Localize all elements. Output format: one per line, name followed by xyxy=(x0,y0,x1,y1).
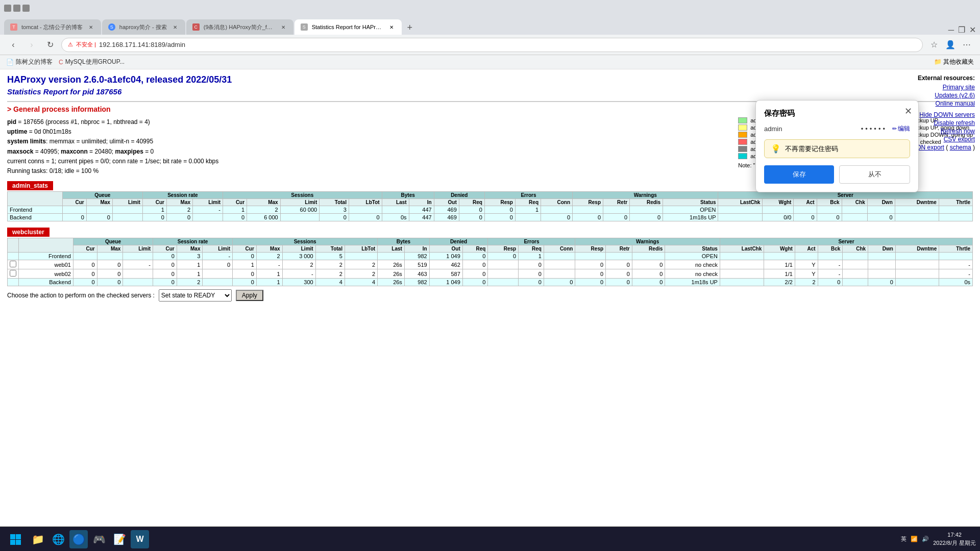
admin-backend-s-max: 6 000 xyxy=(247,214,281,221)
link-online-manual[interactable]: Online manual xyxy=(909,100,975,107)
info-line-5: current conns = 1; current pipes = 0/0; … xyxy=(7,157,728,166)
admin-backend-sr-limit xyxy=(193,214,223,221)
minimize-window-button[interactable]: ─ xyxy=(948,26,954,35)
action-select[interactable]: Set state to READY Set state to DRAIN Se… xyxy=(159,289,232,302)
wc-th-bck: Bck xyxy=(818,245,843,253)
taskbar-lang[interactable]: 英 xyxy=(901,535,906,543)
tab-close-tomcat[interactable]: ✕ xyxy=(87,23,95,31)
admin-frontend-dwn xyxy=(867,206,895,214)
new-tab-button[interactable]: + xyxy=(403,20,417,35)
admin-backend-e-resp: 0 xyxy=(573,214,603,221)
tab-haproxy-search[interactable]: S haproxy简介 - 搜索 ✕ xyxy=(102,19,185,35)
col-group-session-rate: Session rate xyxy=(142,192,223,199)
admin-backend-s-last: 0s xyxy=(382,214,409,221)
dialog-edit-link[interactable]: ✏ 编辑 xyxy=(892,124,910,133)
minimize-button[interactable] xyxy=(4,5,11,12)
tab-close-statistics[interactable]: ✕ xyxy=(387,23,396,31)
taskbar-network-icon: 📶 xyxy=(911,536,918,542)
wc-fe-sr-cur: 0 xyxy=(153,253,177,260)
wc-web02-e-resp: 0 xyxy=(575,269,606,279)
bookmark-mysql[interactable]: C MySQL使用GROUP... xyxy=(59,58,125,66)
bookmark-chensuyi-icon: 📄 xyxy=(6,59,14,66)
wc-web01-checkbox[interactable] xyxy=(10,261,16,267)
wc-th-sr-cur: Cur xyxy=(153,245,177,253)
wc-web02-checkbox[interactable] xyxy=(10,270,16,277)
link-hide-down[interactable]: Hide DOWN servers xyxy=(909,111,975,118)
back-button[interactable]: ‹ xyxy=(6,38,20,52)
bookmarks-button[interactable]: ☆ xyxy=(927,38,941,52)
dialog-dismiss-button[interactable]: 从不 xyxy=(839,165,910,184)
admin-backend-sr-cur: 0 xyxy=(142,214,166,221)
admin-frontend-w-retr xyxy=(603,206,630,214)
th-w-redis: Redis xyxy=(630,199,663,206)
wc-th-thrtle: Thrtle xyxy=(939,245,973,253)
th-wght: Wght xyxy=(763,199,794,206)
link-primary-site[interactable]: Primary site xyxy=(909,84,975,91)
tab-haproxy-article[interactable]: C (9条消息) HAProxy简介_fedorafi... ✕ xyxy=(186,19,293,35)
wc-web01-name: web01 xyxy=(19,260,74,269)
wc-web02-e-req: 0 xyxy=(519,269,544,279)
wc-web02-name: web02 xyxy=(19,269,74,279)
wc-fe-s-limit: 3 000 xyxy=(282,253,315,260)
wc-web02-cb-cell[interactable] xyxy=(8,269,19,279)
wc-web01-cb-cell[interactable] xyxy=(8,260,19,269)
link-disable-refresh[interactable]: Disable refresh xyxy=(909,119,975,127)
link-schema[interactable]: schema xyxy=(950,144,971,151)
info-left: pid = 187656 (process #1, nbproc = 1, nb… xyxy=(7,117,728,176)
th-lastchk: LastChk xyxy=(718,199,763,206)
close-button[interactable] xyxy=(22,5,30,12)
taskbar-word[interactable]: W xyxy=(131,530,149,548)
wc-web02-bck: - xyxy=(818,269,843,279)
wc-be-s-cur: 0 xyxy=(233,279,257,286)
taskbar-app3[interactable]: 🔵 xyxy=(69,530,88,548)
th-s-max: Max xyxy=(247,199,281,206)
forward-button[interactable]: › xyxy=(24,38,39,52)
taskbar-edge[interactable]: 🌐 xyxy=(49,530,67,548)
restore-window-button[interactable]: ❐ xyxy=(958,25,965,35)
window-controls[interactable] xyxy=(4,5,30,12)
address-bar[interactable]: ⚠ 不安全 | 192.168.171.141:8189/admin xyxy=(61,38,923,52)
wc-th-d-resp: Resp xyxy=(488,245,519,253)
dialog-suggestion[interactable]: 💡 不再需要记住密码 xyxy=(764,139,910,158)
admin-frontend-d-req: 0 xyxy=(459,206,484,214)
link-updates[interactable]: Updates (v2.6) xyxy=(909,92,975,99)
admin-frontend-e-conn xyxy=(541,206,573,214)
close-window-button[interactable]: ✕ xyxy=(969,25,976,35)
bookmark-chensuyi[interactable]: 📄 陈树义的博客 xyxy=(6,58,53,66)
wc-fe-w-redis xyxy=(632,253,665,260)
profile-button[interactable]: 👤 xyxy=(943,38,958,52)
wc-be-e-resp: 0 xyxy=(575,279,606,286)
info-line-3: system limits: memmax = unlimited; ulimi… xyxy=(7,137,728,146)
info-line-4: maxsock = 40995; maxconn = 20480; maxpip… xyxy=(7,147,728,157)
admin-frontend-dwntme xyxy=(895,206,939,214)
tab-close-article[interactable]: ✕ xyxy=(279,23,287,31)
wc-th-s-max: Max xyxy=(256,245,282,253)
apply-button[interactable]: Apply xyxy=(236,290,263,301)
wc-web02-thrtle: - xyxy=(939,269,973,279)
link-csv-export[interactable]: CSV export xyxy=(909,136,975,143)
wc-th-status: Status xyxy=(665,245,720,253)
taskbar-notepad[interactable]: 📝 xyxy=(110,530,129,548)
wc-web01-thrtle: - xyxy=(939,260,973,269)
folder-icon: 📁 xyxy=(934,58,942,65)
maximize-button[interactable] xyxy=(13,5,20,12)
th-s-limit: Limit xyxy=(280,199,320,206)
tab-tomcat[interactable]: T tomcat - 忘情公子的博客 ✕ xyxy=(4,19,101,35)
link-refresh-now[interactable]: Refresh now xyxy=(909,128,975,135)
taskbar-file-explorer[interactable]: 📁 xyxy=(29,530,47,548)
wc-th-q-max: Max xyxy=(97,245,123,253)
tab-close-search[interactable]: ✕ xyxy=(171,23,179,31)
dialog-save-button[interactable]: 保存 xyxy=(764,165,834,184)
menu-button[interactable]: ⋯ xyxy=(960,38,974,52)
tab-label-article: (9条消息) HAProxy简介_fedorafi... xyxy=(204,23,275,31)
wc-be-d-resp xyxy=(488,279,519,286)
dialog-close-button[interactable]: ✕ xyxy=(904,106,912,117)
suggestion-icon: 💡 xyxy=(771,144,781,154)
taskbar-app4[interactable]: 🎮 xyxy=(90,530,108,548)
tab-statistics[interactable]: S Statistics Report for HAProxy ✕ xyxy=(295,19,402,35)
taskbar-start-button[interactable] xyxy=(4,528,27,550)
taskbar-clock[interactable]: 17:42 2022/8/月 星期元 xyxy=(933,531,976,547)
reload-button[interactable]: ↻ xyxy=(43,38,57,52)
wc-web02-sr-max: 1 xyxy=(177,269,203,279)
other-bookmarks[interactable]: 📁 其他收藏夹 xyxy=(934,58,974,66)
